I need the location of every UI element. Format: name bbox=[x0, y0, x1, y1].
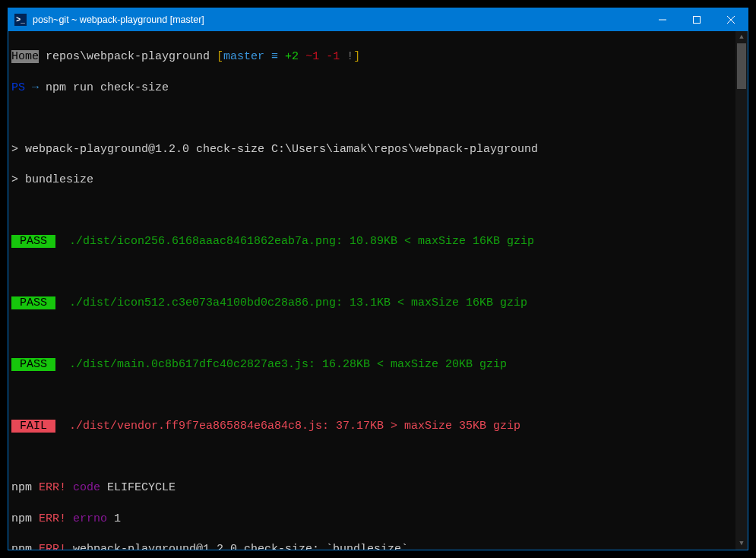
err-label: ERR! bbox=[32, 512, 66, 525]
pass-badge: PASS bbox=[11, 296, 55, 309]
npm-header: > webpack-playground@1.2.0 check-size C:… bbox=[11, 142, 731, 157]
prompt-added: +2 bbox=[285, 50, 299, 63]
pass-badge: PASS bbox=[11, 235, 55, 248]
scrollbar[interactable]: ▲ ▼ bbox=[735, 31, 748, 550]
result-line: ./dist/icon512.c3e073a4100bd0c28a86.png:… bbox=[55, 296, 527, 309]
app-icon: >_ bbox=[14, 14, 27, 26]
prompt-rbracket: ] bbox=[353, 50, 360, 63]
ps-arrow: → bbox=[25, 81, 46, 94]
prompt-lbracket: [ bbox=[217, 50, 223, 63]
npm-header: > bundlesize bbox=[11, 173, 731, 188]
titlebar[interactable]: >_ posh~git ~ webpack-playground [master… bbox=[8, 8, 748, 31]
prompt-bang: ! bbox=[340, 50, 353, 63]
err-label: ERR! bbox=[32, 543, 66, 550]
terminal-window: >_ posh~git ~ webpack-playground [master… bbox=[8, 8, 748, 550]
maximize-button[interactable] bbox=[679, 8, 713, 31]
maximize-icon bbox=[693, 16, 701, 24]
npm-label: npm bbox=[11, 512, 32, 525]
svg-rect-1 bbox=[693, 17, 700, 24]
scroll-up-icon[interactable]: ▲ bbox=[735, 31, 748, 43]
prompt-equiv: ≡ bbox=[264, 50, 285, 63]
command: npm run check-size bbox=[46, 81, 169, 94]
result-line: ./dist/main.0c8b617dfc40c2827ae3.js: 16.… bbox=[55, 358, 507, 371]
terminal-area: Home repos\webpack-playground [master ≡ … bbox=[8, 31, 748, 550]
result-line: ./dist/icon256.6168aaac8461862eab7a.png:… bbox=[55, 235, 534, 248]
err-text: code bbox=[66, 481, 100, 494]
ps-label: PS bbox=[11, 81, 25, 94]
err-text: ELIFECYCLE bbox=[100, 481, 176, 494]
close-icon bbox=[727, 16, 735, 24]
prompt-deleted: -1 bbox=[326, 50, 340, 63]
prompt-home: Home bbox=[11, 50, 39, 63]
npm-label: npm bbox=[11, 481, 32, 494]
prompt-modified: ~1 bbox=[299, 50, 326, 63]
prompt-branch: master bbox=[223, 50, 264, 63]
err-label: ERR! bbox=[32, 481, 66, 494]
npm-label: npm bbox=[11, 543, 32, 550]
pass-badge: PASS bbox=[11, 358, 55, 371]
err-text: webpack-playground@1.2.0 check-size: `bu… bbox=[66, 543, 408, 550]
err-text: 1 bbox=[107, 512, 121, 525]
result-line: ./dist/vendor.ff9f7ea865884e6a84c8.js: 3… bbox=[55, 420, 520, 433]
minimize-icon bbox=[659, 16, 666, 24]
scroll-down-icon[interactable]: ▼ bbox=[735, 537, 748, 550]
terminal-output[interactable]: Home repos\webpack-playground [master ≡ … bbox=[8, 31, 735, 550]
err-text: errno bbox=[66, 512, 107, 525]
window-title: posh~git ~ webpack-playground [master] bbox=[33, 14, 204, 27]
fail-badge: FAIL bbox=[11, 420, 55, 433]
minimize-button[interactable] bbox=[645, 8, 679, 31]
prompt-path: repos\webpack-playground bbox=[39, 50, 217, 63]
close-button[interactable] bbox=[713, 8, 748, 31]
scroll-thumb[interactable] bbox=[737, 43, 746, 89]
